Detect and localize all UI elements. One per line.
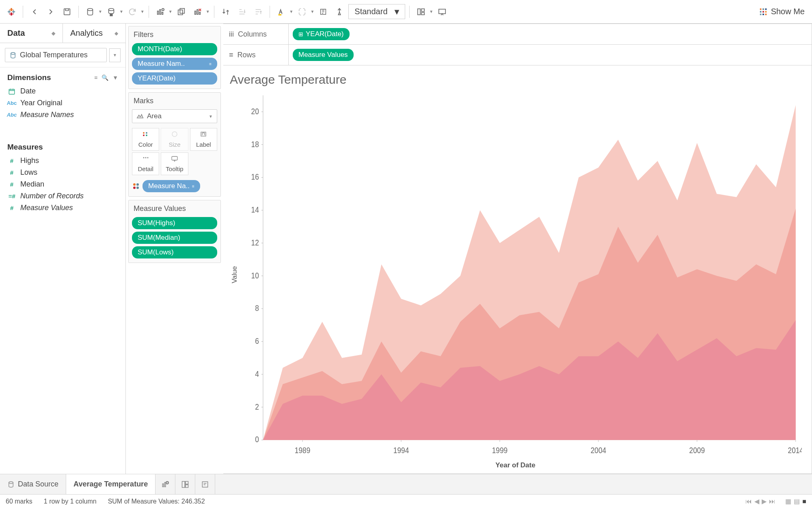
sheet-tab-active[interactable]: Average Temperature — [66, 474, 155, 494]
svg-rect-28 — [762, 8, 764, 10]
svg-point-45 — [145, 157, 146, 158]
save-icon[interactable] — [60, 4, 74, 19]
data-source-tab[interactable]: Data Source — [0, 474, 66, 494]
datasource-icon[interactable] — [83, 4, 97, 19]
view-grid-icon[interactable]: ▦ — [785, 497, 791, 505]
chart-plot[interactable]: 0246810121416182019891994199920042009201… — [240, 91, 802, 459]
measure-highs[interactable]: #Highs — [3, 155, 122, 167]
view-single-icon[interactable]: ■ — [802, 498, 806, 505]
color-measure-pill[interactable]: Measure Na..≡ — [143, 180, 200, 192]
measure-values-card: Measure Values SUM(Highs)SUM(Median)SUM(… — [128, 200, 221, 263]
rows-shelf[interactable]: ≡Rows Measure Values — [223, 45, 812, 65]
clear-sheet-icon[interactable] — [190, 4, 205, 19]
filter-pill[interactable]: Measure Nam..≡ — [132, 58, 217, 70]
marks-detail[interactable]: Detail — [132, 152, 159, 175]
measure-value-pill[interactable]: SUM(Lows) — [132, 246, 217, 258]
nav-next-icon[interactable]: ▶ — [762, 497, 767, 505]
datasource-select[interactable]: Global Temperatures — [5, 48, 107, 62]
columns-pill[interactable]: ⊞YEAR(Date) — [293, 28, 350, 40]
field-type-icon: # — [7, 169, 16, 176]
svg-rect-47 — [172, 156, 177, 160]
filter-pill[interactable]: YEAR(Date) — [132, 72, 217, 85]
group-icon[interactable] — [295, 4, 309, 19]
svg-point-39 — [146, 132, 147, 134]
show-cards-icon[interactable] — [414, 4, 428, 19]
svg-rect-5 — [13, 10, 14, 13]
nav-first-icon[interactable]: ⏮ — [745, 498, 752, 505]
marks-tooltip-icon — [162, 155, 187, 164]
search-fields-icon[interactable]: 🔍 — [102, 74, 108, 81]
new-dashboard-tab-icon[interactable] — [175, 474, 195, 494]
new-sheet-tab-icon[interactable] — [155, 474, 175, 494]
rows-icon: ≡ — [229, 51, 233, 59]
cards-column: Filters MONTH(Date)Measure Nam..≡YEAR(Da… — [126, 24, 223, 474]
show-me-button[interactable]: Show Me — [756, 5, 808, 18]
nav-last-icon[interactable]: ⏭ — [769, 498, 775, 505]
measure-value-pill[interactable]: SUM(Highs) — [132, 217, 217, 229]
measure-value-pill[interactable]: SUM(Median) — [132, 232, 217, 244]
svg-text:1999: 1999 — [492, 446, 508, 455]
pin-icon[interactable] — [332, 4, 347, 19]
svg-text:20: 20 — [251, 107, 259, 116]
marks-size[interactable]: Size — [161, 128, 188, 151]
rows-pill[interactable]: Measure Values — [293, 49, 354, 61]
undo-icon[interactable] — [27, 4, 42, 19]
svg-rect-29 — [765, 8, 767, 10]
svg-point-38 — [143, 132, 145, 134]
svg-rect-37 — [9, 89, 15, 94]
swap-icon[interactable] — [218, 4, 233, 19]
marks-tooltip[interactable]: Tooltip — [161, 152, 188, 175]
view-as-icon[interactable]: ≡ — [94, 74, 97, 81]
svg-rect-35 — [765, 13, 767, 15]
svg-rect-8 — [64, 9, 70, 15]
field-type-icon — [7, 88, 16, 95]
data-sidebar: Data◆ Analytics◆ Global Temperatures ▼ D… — [0, 24, 126, 474]
sort-desc-icon[interactable] — [251, 4, 266, 19]
measure-number-of-records[interactable]: =#Number of Records — [3, 190, 122, 202]
dimensions-header: Dimensions ≡🔍▼ — [0, 67, 125, 85]
datasource-menu-icon[interactable]: ▼ — [109, 48, 121, 62]
field-type-icon: =# — [7, 193, 16, 200]
highlight-icon[interactable] — [274, 4, 289, 19]
redo-icon[interactable] — [43, 4, 58, 19]
dimension-year-original[interactable]: AbcYear Original — [3, 97, 122, 109]
viz-area: Average Temperature Value 02468101214161… — [223, 65, 812, 474]
svg-text:18: 18 — [251, 139, 259, 148]
sort-asc-icon[interactable] — [235, 4, 249, 19]
marks-color[interactable]: Color — [132, 128, 159, 151]
columns-icon: iii — [229, 30, 234, 39]
tab-data[interactable]: Data◆ — [0, 24, 63, 43]
columns-shelf[interactable]: iiiColumns ⊞YEAR(Date) — [223, 24, 812, 45]
tab-analytics[interactable]: Analytics◆ — [63, 24, 125, 43]
mark-type-select[interactable]: Area▼ — [132, 109, 217, 123]
view-filmstrip-icon[interactable]: ▤ — [794, 497, 800, 505]
filter-pill[interactable]: MONTH(Date) — [132, 43, 217, 55]
fit-select[interactable]: Standard▼ — [348, 4, 405, 19]
measure-lows[interactable]: #Lows — [3, 167, 122, 178]
duplicate-sheet-icon[interactable] — [174, 4, 189, 19]
svg-rect-1 — [9, 9, 14, 10]
svg-text:16: 16 — [251, 172, 259, 181]
refresh-icon[interactable] — [125, 4, 140, 19]
dimension-measure-names[interactable]: AbcMeasure Names — [3, 109, 122, 121]
viz-title[interactable]: Average Temperature — [230, 73, 802, 87]
new-story-tab-icon[interactable] — [195, 474, 215, 494]
svg-point-9 — [88, 8, 93, 11]
fields-menu-icon[interactable]: ▼ — [112, 74, 118, 81]
measure-median[interactable]: #Median — [3, 178, 122, 190]
main-toolbar: ▼ ▼ ▼ ▼ ▼ ▼ ▼ Standard▼ ▼ Show Me — [0, 0, 812, 24]
presentation-icon[interactable] — [435, 4, 449, 19]
measures-header: Measures — [0, 137, 125, 155]
measure-measure-values[interactable]: #Measure Values — [3, 202, 122, 214]
new-worksheet-icon[interactable] — [153, 4, 168, 19]
show-labels-icon[interactable] — [316, 4, 330, 19]
svg-rect-7 — [9, 13, 14, 14]
pause-updates-icon[interactable] — [104, 4, 119, 19]
nav-prev-icon[interactable]: ◀ — [754, 497, 759, 505]
marks-card: Marks Area▼ ColorSizeLabelDetailTooltip … — [128, 92, 221, 197]
svg-point-36 — [11, 52, 15, 54]
dimension-date[interactable]: Date — [3, 85, 122, 97]
marks-label[interactable]: Label — [190, 128, 217, 151]
svg-text:4: 4 — [255, 369, 259, 378]
tableau-logo-icon[interactable] — [4, 4, 19, 19]
